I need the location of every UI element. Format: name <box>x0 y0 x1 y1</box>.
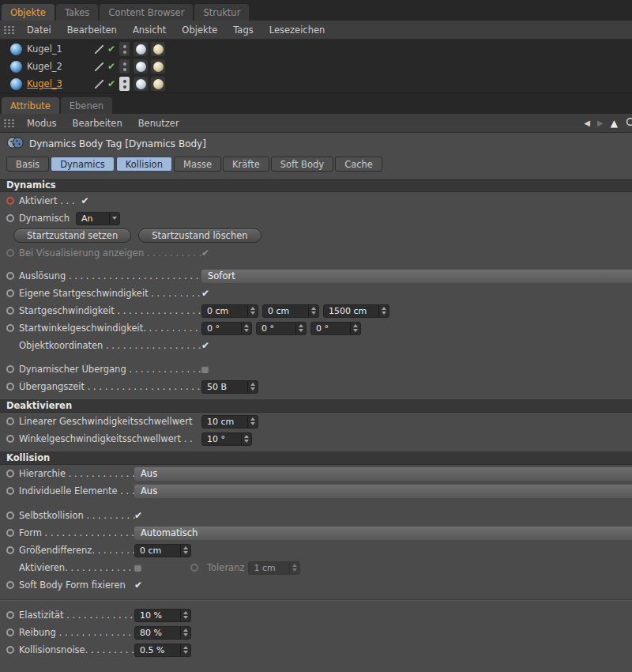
menu-ansicht[interactable]: Ansicht <box>125 21 174 39</box>
stepper-arrows-icon[interactable] <box>295 323 306 334</box>
value-stepper[interactable]: 0 cm <box>201 304 258 318</box>
value-stepper[interactable]: 10 ° <box>201 432 252 446</box>
keyframe-dot[interactable] <box>6 470 14 478</box>
parent-up-icon[interactable]: ▲ <box>611 119 618 128</box>
keyframe-dot[interactable] <box>6 197 14 205</box>
material-tag-icon[interactable] <box>151 42 165 56</box>
search-icon[interactable] <box>625 116 632 130</box>
keyframe-dot[interactable] <box>6 512 14 519</box>
keyframe-dot[interactable] <box>6 249 14 257</box>
keyframe-dot[interactable] <box>6 383 14 391</box>
menu-benutzer[interactable]: Benutzer <box>130 114 187 132</box>
enabled-check-icon[interactable]: ✔ <box>107 62 115 71</box>
menu-bearbeiten[interactable]: Bearbeiten <box>59 21 125 39</box>
keyframe-dot[interactable] <box>6 546 14 554</box>
startzustand-setzen-button[interactable]: Startzustand setzen <box>13 228 131 243</box>
tab-kollision[interactable]: Kollision <box>116 157 172 172</box>
dropdown-bar[interactable]: Aus <box>134 467 632 481</box>
value-stepper[interactable]: 0 cm <box>262 304 319 318</box>
stepper-arrows-icon[interactable] <box>247 305 258 317</box>
tab-dynamics[interactable]: Dynamics <box>51 157 115 172</box>
layout-tab-content-browser[interactable]: Content Browser <box>100 4 193 21</box>
dropdown-bar[interactable]: Sofort <box>201 270 632 283</box>
stepper-arrows-icon[interactable] <box>247 416 258 428</box>
checkbox-checked[interactable]: ✔ <box>201 289 209 298</box>
history-forward-icon[interactable]: ▶ <box>597 119 604 127</box>
keyframe-dot[interactable] <box>6 324 14 332</box>
dynamics-body-tag-icon[interactable] <box>134 42 148 56</box>
object-name[interactable]: Kugel_3 <box>22 78 95 89</box>
value-stepper[interactable]: 0 ° <box>256 322 307 335</box>
enabled-check-icon[interactable]: ✔ <box>107 44 115 54</box>
value-stepper[interactable]: 0 ° <box>201 322 252 335</box>
keyframe-dot[interactable] <box>190 564 198 572</box>
layout-tab-struktur[interactable]: Struktur <box>194 4 249 21</box>
keyframe-dot[interactable] <box>6 487 14 495</box>
value-stepper[interactable]: 10 % <box>134 609 191 622</box>
panel-grip-icon[interactable] <box>3 119 15 127</box>
menu-bearbeiten[interactable]: Bearbeiten <box>65 114 130 132</box>
tab-basis[interactable]: Basis <box>6 157 49 172</box>
panel-grip-icon[interactable] <box>3 25 15 34</box>
dropdown[interactable]: An <box>76 212 120 225</box>
panel-tab-attribute[interactable]: Attribute <box>2 97 59 114</box>
object-name[interactable]: Kugel_2 <box>22 61 95 72</box>
dropdown-bar[interactable]: Automatisch <box>134 527 632 540</box>
tab-kräfte[interactable]: Kräfte <box>223 157 269 172</box>
startzustand-löschen-button[interactable]: Startzustand löschen <box>138 228 261 243</box>
menu-datei[interactable]: Datei <box>19 21 59 39</box>
stepper-arrows-icon[interactable] <box>180 545 190 557</box>
stepper-arrows-icon[interactable] <box>180 627 190 639</box>
keyframe-dot[interactable] <box>6 629 14 636</box>
dynamics-body-tag-icon[interactable] <box>134 59 148 74</box>
edit-toggle-icon[interactable] <box>95 62 103 71</box>
checkbox-checked[interactable]: ✔ <box>201 341 209 350</box>
menu-tags[interactable]: Tags <box>225 21 261 39</box>
layout-tab-takes[interactable]: Takes <box>56 4 99 21</box>
stepper-arrows-icon[interactable] <box>241 433 251 445</box>
keyframe-dot[interactable] <box>6 272 14 280</box>
stepper-arrows-icon[interactable] <box>180 644 190 656</box>
dropdown-bar[interactable]: Aus <box>134 485 632 498</box>
tab-cache[interactable]: Cache <box>335 157 382 172</box>
object-row[interactable]: Kugel_1✔ <box>0 40 632 58</box>
keyframe-dot[interactable] <box>6 289 14 297</box>
stepper-arrows-icon[interactable] <box>247 381 258 393</box>
checkbox-unchecked[interactable] <box>201 366 209 373</box>
keyframe-dot[interactable] <box>6 435 14 443</box>
value-stepper[interactable]: 0 cm <box>134 544 191 557</box>
edit-toggle-icon[interactable] <box>95 80 103 89</box>
dynamics-body-tag-icon[interactable] <box>134 77 148 91</box>
edit-toggle-icon[interactable] <box>95 45 103 54</box>
menu-lesezeichen[interactable]: Lesezeichen <box>261 21 333 39</box>
value-stepper[interactable]: 0.5 % <box>134 644 191 657</box>
object-name[interactable]: Kugel_1 <box>22 43 95 55</box>
keyframe-dot[interactable] <box>6 611 14 619</box>
material-tag-icon[interactable] <box>151 59 165 74</box>
visibility-dots-icon[interactable] <box>119 42 130 56</box>
checkbox-checked[interactable]: ✔ <box>134 580 142 590</box>
stepper-arrows-icon[interactable] <box>241 323 251 334</box>
keyframe-dot[interactable] <box>6 417 14 425</box>
keyframe-dot[interactable] <box>6 365 14 373</box>
stepper-arrows-icon[interactable] <box>308 305 318 317</box>
keyframe-dot[interactable] <box>6 214 14 222</box>
visibility-dots-icon[interactable] <box>119 77 130 91</box>
stepper-arrows-icon[interactable] <box>180 610 190 621</box>
value-stepper[interactable]: 50 B <box>201 380 258 394</box>
layout-tab-objekte[interactable]: Objekte <box>2 4 55 21</box>
value-stepper[interactable]: 1500 cm <box>323 304 389 318</box>
checkbox-unchecked[interactable] <box>134 564 141 572</box>
material-tag-icon[interactable] <box>151 77 165 91</box>
checkbox-checked[interactable]: ✔ <box>201 248 209 258</box>
stepper-arrows-icon[interactable] <box>289 562 299 574</box>
object-row[interactable]: Kugel_3✔ <box>0 75 632 92</box>
value-stepper[interactable]: 0 ° <box>310 322 361 335</box>
menu-objekte[interactable]: Objekte <box>174 21 225 39</box>
keyframe-dot[interactable] <box>6 581 14 589</box>
checkbox-checked[interactable]: ✔ <box>134 511 142 520</box>
value-stepper[interactable]: 80 % <box>134 626 191 640</box>
value-stepper[interactable]: 1 cm <box>248 561 300 575</box>
tab-soft-body[interactable]: Soft Body <box>271 157 333 172</box>
keyframe-dot[interactable] <box>6 307 14 315</box>
